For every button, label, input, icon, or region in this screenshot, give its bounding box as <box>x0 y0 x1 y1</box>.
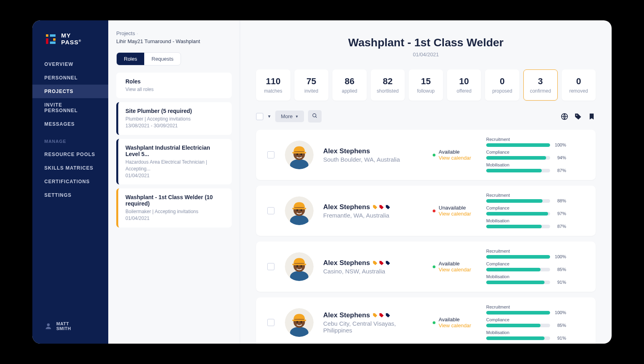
stat-card-followup[interactable]: 15followup <box>409 69 443 101</box>
svg-rect-31 <box>292 320 306 321</box>
metric-label: Compliance <box>486 317 566 322</box>
stat-card-matches[interactable]: 110matches <box>256 69 290 101</box>
tab-requests[interactable]: Requests <box>144 53 181 65</box>
sidebar: MY PASS® OVERVIEWPERSONNELPROJECTSINVITE… <box>32 20 108 344</box>
nav-section-manage: MANAGE <box>32 131 108 148</box>
logo: MY PASS® <box>32 32 108 57</box>
person-name[interactable]: Alex Stephens <box>323 259 423 267</box>
breadcrumb-project: Lihir May21 Turnaround - Washplant <box>116 38 232 45</box>
stat-label: confirmed <box>526 88 555 94</box>
nav-item-projects[interactable]: PROJECTS <box>32 85 108 98</box>
progress-bar <box>486 169 550 172</box>
svg-rect-2 <box>46 38 48 44</box>
svg-point-9 <box>576 115 577 116</box>
metric-label: Mobilisation <box>486 274 566 279</box>
stat-card-invited[interactable]: 75invited <box>294 69 329 101</box>
person-avatar[interactable] <box>285 140 314 169</box>
stat-label: followup <box>411 88 440 94</box>
svg-rect-4 <box>53 38 56 41</box>
tab-roles[interactable]: Roles <box>117 53 144 65</box>
logo-mark-icon <box>44 33 57 46</box>
stat-label: shortlisted <box>374 88 402 94</box>
role-subtitle: Hazardous Area Electrical Technician | A… <box>125 159 225 172</box>
svg-rect-13 <box>292 152 306 154</box>
person-checkbox[interactable] <box>267 151 274 158</box>
stat-card-removed[interactable]: 0removed <box>562 69 596 101</box>
stat-number: 75 <box>297 76 326 87</box>
person-checkbox[interactable] <box>267 263 274 270</box>
tag-badge-icon <box>385 204 391 210</box>
stat-card-confirmed[interactable]: 3confirmed <box>523 69 558 101</box>
progress-bar <box>486 199 550 203</box>
person-name[interactable]: Alex Stephens <box>323 311 423 319</box>
role-card[interactable]: Washplant - 1st Class Welder (10 require… <box>116 188 232 228</box>
metric-label: Compliance <box>486 206 566 210</box>
progress-bar <box>486 324 550 327</box>
person-avatar[interactable] <box>285 308 314 337</box>
tag-badge-icon <box>372 313 378 318</box>
stat-label: removed <box>564 88 593 94</box>
progress-percent: 91% <box>553 336 566 340</box>
nav-item-invite-personnel[interactable]: INVITE PERSONNEL <box>32 98 108 117</box>
nav-item-skills-matrices[interactable]: SKILLS MATRICES <box>32 161 108 175</box>
stat-number: 0 <box>488 76 517 87</box>
person-avatar[interactable] <box>285 196 314 225</box>
role-title: Roles <box>125 78 225 85</box>
progress-percent: 85% <box>553 267 566 272</box>
view-calendar-link[interactable]: View calendar <box>439 211 471 217</box>
progress-percent: 100% <box>553 142 566 147</box>
availability-dot-icon <box>433 265 435 268</box>
metric-label: Mobilisation <box>486 330 566 335</box>
bookmark-icon[interactable] <box>588 113 596 121</box>
tag-badge-icon <box>379 204 384 210</box>
stat-card-offered[interactable]: 10offered <box>447 69 481 101</box>
view-calendar-link[interactable]: View calendar <box>439 322 471 328</box>
role-card[interactable]: RolesView all roles <box>116 73 232 99</box>
select-all-checkbox[interactable] <box>256 113 263 120</box>
progress-bar <box>486 225 550 228</box>
person-name[interactable]: Alex Stephens <box>323 203 423 211</box>
person-checkbox[interactable] <box>267 319 274 326</box>
nav-item-resource-pools[interactable]: RESOURCE POOLS <box>32 148 108 161</box>
nav-item-personnel[interactable]: PERSONNEL <box>32 71 108 85</box>
progress-percent: 87% <box>553 224 566 229</box>
svg-rect-1 <box>50 34 56 37</box>
stat-card-proposed[interactable]: 0proposed <box>485 69 519 101</box>
metric-label: Recruitment <box>486 193 566 198</box>
role-card[interactable]: Washplant Industrial Electrician Level 5… <box>116 139 232 184</box>
person-name[interactable]: Alex Stephens <box>323 147 423 155</box>
view-calendar-link[interactable]: View calendar <box>439 155 471 161</box>
person-card: Alex Stephens South Boulder, WA, Austral… <box>256 130 596 180</box>
svg-rect-0 <box>46 34 48 37</box>
availability-status: Available <box>439 149 471 155</box>
nav-item-messages[interactable]: MESSAGES <box>32 117 108 131</box>
metric-label: Recruitment <box>486 249 566 253</box>
stat-card-applied[interactable]: 86applied <box>332 69 367 101</box>
availability-dot-icon <box>433 210 435 212</box>
svg-point-5 <box>47 323 50 326</box>
search-button[interactable] <box>308 110 322 123</box>
tabs: Roles Requests <box>116 52 181 65</box>
progress-bar <box>486 156 550 160</box>
tag-icon[interactable] <box>574 113 582 121</box>
nav-item-certifications[interactable]: CERTIFICATIONS <box>32 175 108 188</box>
nav-item-settings[interactable]: SETTINGS <box>32 188 108 202</box>
svg-rect-25 <box>292 264 306 265</box>
globe-icon[interactable] <box>561 113 568 121</box>
breadcrumb[interactable]: Projects· <box>116 30 232 36</box>
person-location: Cebu City, Central Visayas, Philippines <box>323 320 423 334</box>
stat-number: 15 <box>411 76 440 87</box>
person-card: Alex Stephens Casino, NSW, AustraliaAvai… <box>256 241 596 292</box>
progress-bar <box>486 336 550 340</box>
progress-bar <box>486 255 550 259</box>
more-button[interactable]: More ▼ <box>275 111 304 122</box>
person-checkbox[interactable] <box>267 207 274 214</box>
view-calendar-link[interactable]: View calendar <box>439 267 471 273</box>
user-profile[interactable]: MATT SMITH <box>32 317 108 336</box>
select-all-dropdown-icon[interactable]: ▼ <box>267 114 271 119</box>
person-avatar[interactable] <box>285 252 314 281</box>
stat-card-shortlisted[interactable]: 82shortlisted <box>371 69 405 101</box>
nav-item-overview[interactable]: OVERVIEW <box>32 57 108 71</box>
role-card[interactable]: Site Plumber (5 required)Plumber | Accep… <box>116 102 232 135</box>
stats-row: 110matches75invited86applied82shortliste… <box>256 69 596 101</box>
